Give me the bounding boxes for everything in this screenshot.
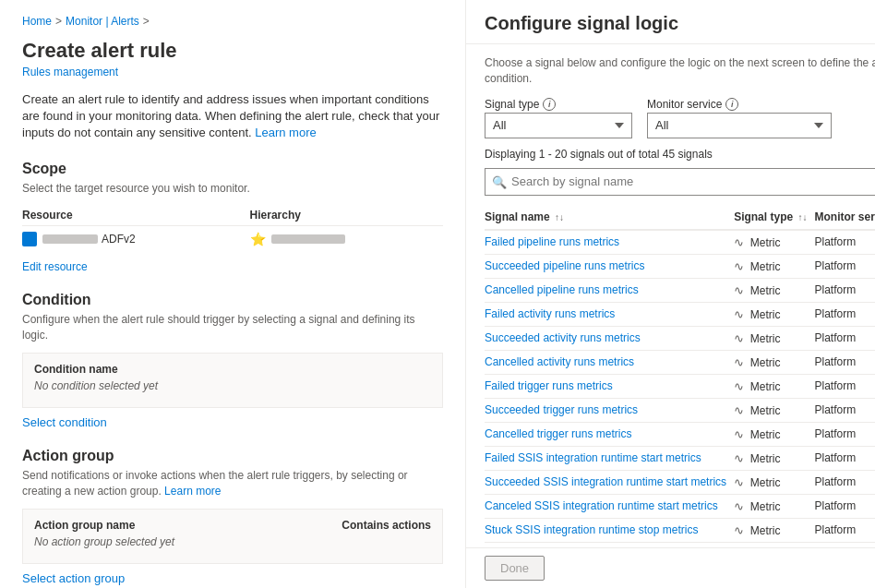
action-group-value: No action group selected yet — [34, 535, 431, 548]
signal-name-link[interactable]: Failed pipeline runs metrics — [485, 235, 619, 248]
signal-monitor-service-cell: Platform — [814, 278, 875, 302]
signal-type-cell: ∿ Metric — [734, 374, 814, 398]
signal-table-header-row: Signal name ↑↓ Signal type ↑↓ Monitor se… — [485, 205, 875, 230]
signal-table-row: Succeeded trigger runs metrics ∿ Metric … — [485, 398, 875, 422]
select-action-group-link[interactable]: Select action group — [22, 571, 125, 585]
scope-table: Resource Hierarchy ADFv2 ⭐ — [22, 205, 443, 252]
signal-metric-icon: ∿ — [734, 283, 744, 297]
signal-metric-icon: ∿ — [734, 523, 744, 537]
signal-monitor-service-cell: Platform — [814, 326, 875, 350]
monitor-service-select[interactable]: All — [647, 113, 832, 138]
signal-table-row: Cancelled activity runs metrics ∿ Metric… — [485, 350, 875, 374]
scope-resource-cell: ADFv2 — [22, 226, 250, 253]
search-box: 🔍 — [485, 168, 875, 196]
signal-metric-icon: ∿ — [734, 259, 744, 273]
signal-table-row: Cancelled pipeline runs metrics ∿ Metric… — [485, 278, 875, 302]
search-input[interactable] — [485, 168, 875, 196]
signal-name-cell: Failed pipeline runs metrics — [485, 230, 734, 255]
scope-row: ADFv2 ⭐ — [22, 226, 443, 253]
signal-table-row: Failed pipeline runs metrics ∿ Metric Pl… — [485, 230, 875, 255]
condition-section-title: Condition — [22, 292, 443, 308]
select-condition-link[interactable]: Select condition — [22, 415, 107, 429]
signal-name-cell: Failed trigger runs metrics — [485, 374, 734, 398]
signal-type-cell: ∿ Metric — [734, 398, 814, 422]
signal-metric-icon: ∿ — [734, 451, 744, 465]
hierarchy-star-icon: ⭐ — [250, 232, 266, 246]
col-signal-name[interactable]: Signal name ↑↓ — [485, 205, 734, 230]
action-group-section-title: Action group — [22, 448, 443, 464]
scope-hierarchy-cell: ⭐ — [250, 226, 443, 253]
panel-intro: Choose a signal below and configure the … — [485, 55, 875, 87]
signal-name-cell: Canceled SSIS integration runtime start … — [485, 494, 734, 518]
signal-name-cell: Succeeded trigger runs metrics — [485, 398, 734, 422]
col-signal-type[interactable]: Signal type ↑↓ — [734, 205, 814, 230]
signal-type-cell: ∿ Metric — [734, 422, 814, 446]
signal-name-link[interactable]: Succeeded activity runs metrics — [485, 331, 641, 344]
signal-name-link[interactable]: Cancelled activity runs metrics — [485, 355, 634, 368]
signal-type-label: Signal type i — [485, 98, 632, 111]
signal-metric-icon: ∿ — [734, 379, 744, 393]
col-monitor-service[interactable]: Monitor service ↑↓ — [814, 205, 875, 230]
signal-name-link[interactable]: Failed trigger runs metrics — [485, 379, 613, 392]
signal-type-cell: ∿ Metric — [734, 278, 814, 302]
condition-field-label: Condition name — [34, 363, 431, 376]
signal-type-cell: ∿ Metric — [734, 326, 814, 350]
action-group-box: Action group name Contains actions No ac… — [22, 509, 443, 564]
description-learn-more-link[interactable]: Learn more — [255, 126, 316, 139]
signal-name-link[interactable]: Canceled SSIS integration runtime start … — [485, 499, 718, 512]
breadcrumb-home[interactable]: Home — [22, 15, 52, 28]
edit-resource-link[interactable]: Edit resource — [22, 260, 88, 273]
signal-metric-icon: ∿ — [734, 355, 744, 369]
signal-table-body: Failed pipeline runs metrics ∿ Metric Pl… — [485, 230, 875, 547]
signal-name-cell: Cancelled activity runs metrics — [485, 350, 734, 374]
resource-name: ADFv2 — [102, 233, 136, 246]
signal-name-link[interactable]: Cancelled pipeline runs metrics — [485, 283, 639, 296]
signal-metric-icon: ∿ — [734, 331, 744, 345]
signal-monitor-service-cell: Platform — [814, 422, 875, 446]
signal-name-link[interactable]: Failed activity runs metrics — [485, 307, 615, 320]
signal-metric-icon: ∿ — [734, 475, 744, 489]
scope-section-desc: Select the target resource you wish to m… — [22, 181, 443, 197]
breadcrumb-monitor[interactable]: Monitor | Alerts — [66, 15, 139, 28]
signal-name-cell: Succeeded pipeline runs metrics — [485, 254, 734, 278]
signal-name-cell: Cancelled trigger runs metrics — [485, 422, 734, 446]
signal-monitor-service-cell: Platform — [814, 518, 875, 542]
signal-metric-icon: ∿ — [734, 403, 744, 417]
resource-type-icon — [22, 232, 37, 246]
signal-monitor-service-cell: Platform — [814, 302, 875, 326]
panel-body: Choose a signal below and configure the … — [466, 44, 875, 547]
signal-monitor-service-cell: Platform — [814, 254, 875, 278]
signal-type-cell: ∿ Metric — [734, 230, 814, 255]
signal-name-cell: Stuck SSIS integration runtime stop metr… — [485, 518, 734, 542]
signal-table-row: Succeeded activity runs metrics ∿ Metric… — [485, 326, 875, 350]
signal-name-link[interactable]: Cancelled trigger runs metrics — [485, 427, 631, 440]
signal-type-select[interactable]: All — [485, 113, 632, 138]
signal-monitor-service-cell: Platform — [814, 350, 875, 374]
signal-metric-icon: ∿ — [734, 307, 744, 321]
signal-type-cell: ∿ Metric — [734, 470, 814, 494]
panel-footer: Done — [466, 547, 875, 588]
signal-table: Signal name ↑↓ Signal type ↑↓ Monitor se… — [485, 205, 875, 547]
monitor-service-label: Monitor service i — [647, 98, 832, 111]
signal-name-link[interactable]: Succeeded pipeline runs metrics — [485, 259, 644, 272]
resource-name-bar — [42, 234, 98, 244]
condition-box: Condition name No condition selected yet — [22, 353, 443, 408]
signal-name-link[interactable]: Failed SSIS integration runtime start me… — [485, 451, 701, 464]
signal-metric-icon: ∿ — [734, 427, 744, 441]
signal-table-row: Canceled SSIS integration runtime start … — [485, 494, 875, 518]
action-group-learn-more-link[interactable]: Learn more — [164, 485, 221, 498]
signal-name-link[interactable]: Succeeded SSIS integration runtime start… — [485, 475, 726, 488]
signal-name-link[interactable]: Stuck SSIS integration runtime stop metr… — [485, 523, 698, 536]
signal-table-row: Succeeded SSIS integration runtime start… — [485, 470, 875, 494]
signal-name-sort-icon: ↑↓ — [555, 212, 564, 222]
display-count: Displaying 1 - 20 signals out of total 4… — [485, 148, 875, 161]
signal-type-info-icon: i — [543, 98, 556, 111]
done-button[interactable]: Done — [485, 556, 545, 581]
signal-type-cell: ∿ Metric — [734, 494, 814, 518]
breadcrumb: Home > Monitor | Alerts > — [22, 15, 443, 28]
signal-name-link[interactable]: Succeeded trigger runs metrics — [485, 403, 638, 416]
scope-col-hierarchy: Hierarchy — [250, 205, 443, 226]
signal-monitor-service-cell: Platform — [814, 374, 875, 398]
breadcrumb-sep1: > — [55, 15, 62, 28]
rules-management-link[interactable]: Rules management — [22, 66, 118, 78]
